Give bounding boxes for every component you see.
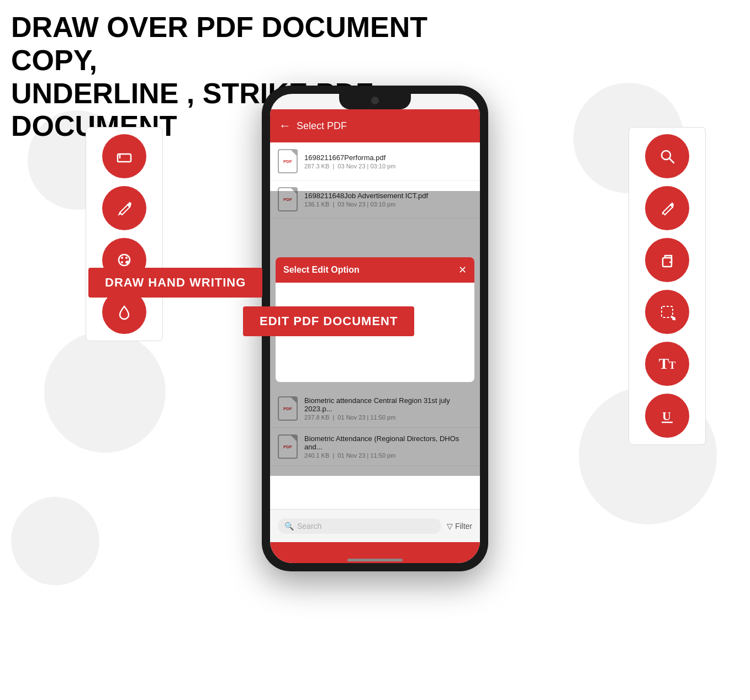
bottom-bar: 🔍 Search ▽ Filter — [270, 509, 480, 542]
left-toolbar — [86, 127, 163, 341]
search-icon: 🔍 — [284, 522, 294, 531]
select-region-button[interactable] — [645, 290, 689, 334]
svg-point-12 — [672, 317, 675, 320]
modal-close-button[interactable]: ✕ — [458, 264, 467, 276]
svg-text:U: U — [662, 409, 671, 423]
pdf-icon: PDF — [278, 149, 298, 173]
list-item[interactable]: PDF 1698211667Performa.pdf 287.3 KB | 03… — [270, 142, 480, 181]
underline-tool-button[interactable]: U — [645, 394, 689, 438]
search-area[interactable]: 🔍 Search — [278, 518, 441, 534]
modal-title: Select Edit Option — [283, 265, 360, 275]
filter-label: Filter — [455, 522, 472, 531]
pencil-tool-button[interactable] — [102, 186, 146, 230]
text-tool-button[interactable]: TT — [645, 342, 689, 386]
file-meta: 287.3 KB | 03 Nov 23 | 03:10 pm — [304, 163, 472, 169]
svg-point-5 — [121, 261, 123, 263]
app-bar-title: Select PDF — [297, 120, 347, 132]
svg-rect-10 — [662, 306, 673, 317]
svg-point-2 — [121, 257, 123, 259]
svg-point-1 — [119, 254, 130, 266]
search-placeholder: Search — [297, 522, 321, 531]
copy-tool-button[interactable] — [645, 238, 689, 282]
draw-handwriting-button[interactable]: DRAW HAND WRITING — [88, 268, 262, 298]
title-line1: DRAW OVER PDF DOCUMENT COPY, — [11, 11, 486, 77]
right-toolbar: TT U — [628, 127, 706, 445]
eraser-tool-button[interactable] — [102, 134, 146, 178]
filter-area[interactable]: ▽ Filter — [447, 522, 472, 531]
svg-point-3 — [125, 257, 128, 259]
search-tool-button[interactable] — [645, 134, 689, 178]
edit-pdf-button[interactable]: EDIT PDF DOCUMENT — [243, 306, 414, 336]
file-name: 1698211667Performa.pdf — [304, 153, 472, 162]
svg-line-8 — [669, 158, 674, 163]
svg-point-6 — [126, 261, 129, 264]
phone-camera — [371, 97, 379, 104]
filter-icon: ▽ — [447, 522, 453, 531]
edit-tool-button[interactable] — [645, 186, 689, 230]
back-button[interactable]: ← — [279, 119, 291, 133]
file-info: 1698211667Performa.pdf 287.3 KB | 03 Nov… — [304, 153, 472, 169]
modal-header: Select Edit Option ✕ — [276, 257, 474, 283]
phone-home-bar — [347, 559, 403, 561]
app-bar: ← Select PDF — [270, 109, 480, 142]
